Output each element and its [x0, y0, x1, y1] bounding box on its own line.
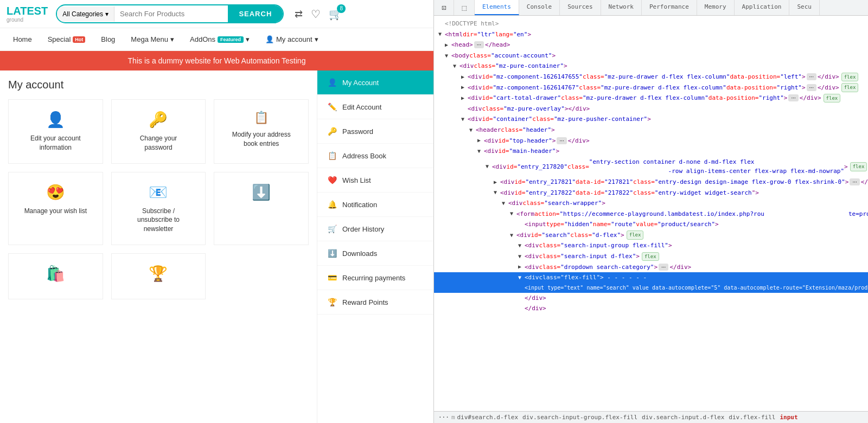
dr-dots[interactable]: ···: [807, 84, 816, 91]
tri-mh[interactable]: [477, 147, 484, 156]
head-line[interactable]: <head> ··· </head>: [434, 40, 868, 50]
tri-form[interactable]: [510, 209, 516, 218]
triangle-container[interactable]: [453, 62, 459, 70]
screen-icon-tab[interactable]: ⬚: [454, 0, 474, 15]
drawer-left-line[interactable]: <div id="mz-component-1626147655" class=…: [434, 72, 868, 82]
drawer-right-line[interactable]: <div id="mz-component-162614767" class="…: [434, 82, 868, 93]
flex-fill-selected-line[interactable]: <div class="flex-fill" > - - - - - -: [434, 272, 868, 283]
html-tag-line[interactable]: <html dir="ltr" lang="en" >: [434, 29, 868, 40]
cd-dots[interactable]: ···: [788, 94, 798, 101]
bc-search[interactable]: div#search.d-flex: [457, 414, 519, 421]
devtools-tab-console[interactable]: Console: [519, 0, 560, 15]
head-expand-btn[interactable]: ···: [474, 41, 484, 48]
nav-special[interactable]: Special Hot: [41, 30, 92, 49]
tri-pc[interactable]: [461, 115, 468, 124]
devtools-tab-elements[interactable]: Elements: [475, 0, 519, 15]
cart-drawer-line[interactable]: <div id="cart-total-drawer" class="mz-pu…: [434, 93, 868, 104]
tri-dsc[interactable]: [518, 262, 525, 271]
sidebar-item-downloads[interactable]: ⬇️ Downloads: [317, 241, 433, 266]
tri-dl[interactable]: [461, 73, 468, 81]
sidebar-item-myaccount[interactable]: 👤 My Account: [317, 70, 433, 95]
nav-addons[interactable]: AddOns Featured ▾: [183, 30, 256, 49]
container-line[interactable]: <div class="mz-pure-container" >: [434, 61, 868, 72]
tri-sdf[interactable]: [510, 231, 516, 240]
entry217821-line[interactable]: <div id="entry_217821" data-id="217821" …: [434, 177, 868, 188]
card-orders[interactable]: 🛍️: [8, 253, 103, 299]
overlay-line[interactable]: <div class="mz-pure-overlay" ></div>: [434, 104, 868, 114]
devtools-tab-network[interactable]: Network: [601, 0, 642, 15]
nav-mega-menu[interactable]: Mega Menu ▾: [124, 30, 181, 49]
th-dots[interactable]: ···: [557, 137, 566, 144]
closediv1-line[interactable]: </div>: [434, 293, 868, 304]
inspect-icon-tab[interactable]: ⊡: [434, 0, 454, 15]
dropdown-sc-line[interactable]: <div class="dropdown search-category" > …: [434, 262, 868, 273]
header-line[interactable]: <header class="header" >: [434, 125, 868, 136]
dsc-dots[interactable]: ···: [659, 264, 668, 271]
nav-home[interactable]: Home: [7, 30, 39, 49]
card-newsletter[interactable]: 📧 Subscribe /unsubscribe tonewsletter: [111, 172, 206, 245]
doctype-line[interactable]: <!DOCTYPE html>: [434, 18, 868, 29]
card-address[interactable]: 📋 Modify your addressbook entries: [214, 99, 309, 164]
tri-hd[interactable]: [469, 126, 476, 134]
sidebar-item-password[interactable]: 🔑 Password: [317, 119, 433, 144]
tri-dr[interactable]: [461, 83, 468, 92]
sidebar-item-recurring[interactable]: 💳 Recurring payments: [317, 266, 433, 290]
tri-cd[interactable]: [461, 94, 468, 102]
search-input[interactable]: [114, 6, 228, 22]
bc-sid[interactable]: div.search-input.d-flex: [642, 414, 724, 421]
hidden-input-line[interactable]: <input type="hidden" name="route" value=…: [434, 219, 868, 230]
sidebar-item-addressbook[interactable]: 📋 Address Book: [317, 144, 433, 168]
pusher-container-line[interactable]: <div id="container" class="mz-pure-pushe…: [434, 114, 868, 125]
tri-e822[interactable]: [494, 188, 500, 197]
sidebar-item-rewards[interactable]: 🏆 Reward Points: [317, 290, 433, 315]
breadcrumb-dots[interactable]: ···: [438, 414, 449, 421]
nav-blog[interactable]: Blog: [94, 30, 122, 49]
search-button[interactable]: SEARCH: [228, 5, 283, 22]
wishlist-icon[interactable]: ♡: [311, 8, 321, 21]
tri-ff-sel[interactable]: [518, 273, 525, 282]
closediv2-line[interactable]: </div>: [434, 303, 868, 314]
bc-input[interactable]: input: [780, 414, 797, 421]
tri-e820[interactable]: [486, 162, 492, 171]
tri-sigff[interactable]: [518, 241, 525, 250]
entry217820-line[interactable]: <div id="entry_217820" class="entry-sect…: [434, 157, 868, 177]
entry217822-line[interactable]: <div id="entry_217822" data-id="217822" …: [434, 188, 868, 198]
tri-th[interactable]: [477, 136, 484, 145]
bc-sig[interactable]: div.search-input-group.flex-fill: [522, 414, 637, 421]
card-edit-account[interactable]: 👤 Edit your accountinformation: [8, 99, 103, 164]
body-line[interactable]: <body class="account-account" >: [434, 50, 868, 61]
cart-icon[interactable]: 🛒 8: [329, 8, 342, 21]
search-category-dropdown[interactable]: All Categories ▾: [57, 7, 114, 22]
devtools-tab-memory[interactable]: Memory: [697, 0, 735, 15]
tri-sw[interactable]: [502, 199, 508, 208]
tri-sidf[interactable]: [518, 252, 525, 261]
card-downloads[interactable]: ⬇️: [214, 172, 309, 245]
top-header-line[interactable]: <div id="top-header" > ··· </div>: [434, 136, 868, 146]
sidebar-item-editaccount[interactable]: ✏️ Edit Account: [317, 95, 433, 119]
tri-e821[interactable]: [494, 178, 500, 187]
compare-icon[interactable]: ⇄: [295, 8, 303, 20]
triangle-body[interactable]: [445, 52, 451, 60]
bc-ff[interactable]: div.flex-fill: [729, 414, 775, 421]
form-line[interactable]: <form action="https://ecommerce-playgrou…: [434, 209, 868, 220]
devtools-tab-sources[interactable]: Sources: [560, 0, 601, 15]
search-dflex-line[interactable]: <div id="search" class="d-flex" > flex: [434, 230, 868, 241]
sidebar-item-orderhistory[interactable]: 🛒 Order History: [317, 217, 433, 241]
e821-dots[interactable]: ···: [850, 178, 859, 185]
devtools-tab-application[interactable]: Application: [735, 0, 790, 15]
logo[interactable]: LATEST ground: [7, 5, 48, 23]
main-header-line[interactable]: <div id="main-header" >: [434, 146, 868, 157]
dl-dots[interactable]: ···: [807, 73, 816, 80]
nav-myaccount[interactable]: 👤 My account ▾: [259, 30, 324, 49]
search-input-dflex-line[interactable]: <div class="search-input d-flex" > flex: [434, 251, 868, 262]
card-password[interactable]: 🔑 Change yourpassword: [111, 99, 206, 164]
input-selected-line[interactable]: <input type="text" name="search" value d…: [434, 283, 868, 293]
triangle-head[interactable]: [445, 41, 451, 49]
devtools-tab-performance[interactable]: Performance: [642, 0, 697, 15]
sig-flexfill-line[interactable]: <div class="search-input-group flex-fill…: [434, 240, 868, 251]
sidebar-item-wishlist[interactable]: ❤️ Wish List: [317, 168, 433, 193]
card-wishlist[interactable]: 😍 Manage your wish list: [8, 172, 103, 245]
sidebar-item-notification[interactable]: 🔔 Notification: [317, 193, 433, 217]
triangle-html[interactable]: [438, 30, 445, 39]
search-wrapper-line[interactable]: <div class="search-wrapper" >: [434, 198, 868, 209]
